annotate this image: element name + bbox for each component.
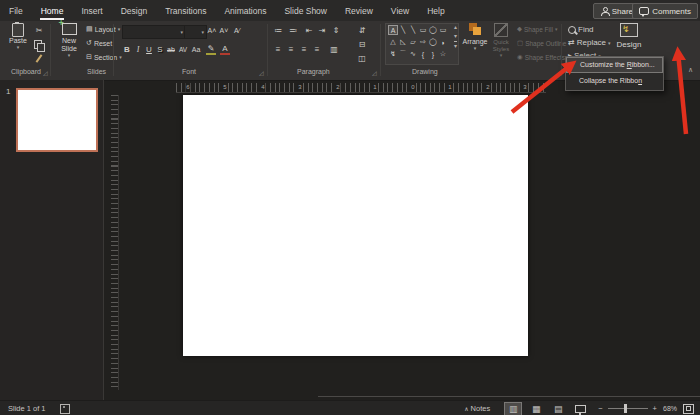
decrease-indent-button[interactable]: ⇤ xyxy=(303,24,315,36)
shape-left-brace[interactable]: { xyxy=(418,49,428,59)
new-slide-button[interactable]: + New Slide ▾ xyxy=(54,23,84,59)
shape-rounded-rectangle[interactable]: ▭ xyxy=(438,25,448,35)
columns-button[interactable]: ▥ xyxy=(328,43,340,55)
shape-outline-button[interactable]: ▢ Shape Outline ▾ xyxy=(517,39,571,47)
shape-triangle[interactable]: △ xyxy=(388,37,398,47)
line-spacing-button[interactable]: ⇕ xyxy=(330,24,342,36)
shape-fill-label: Shape Fill xyxy=(524,26,553,33)
shape-line[interactable]: ╲ xyxy=(398,25,408,35)
section-button[interactable]: ⊟ Section ▾ xyxy=(86,53,122,61)
font-size-combobox[interactable]: ▾ xyxy=(184,25,207,39)
shape-oval[interactable]: ◯ xyxy=(428,25,438,35)
align-text-button[interactable]: ⊟ xyxy=(356,38,368,50)
decrease-font-size-button[interactable]: A˅ xyxy=(218,24,230,36)
shape-arc[interactable]: ⌒ xyxy=(398,49,408,59)
arrange-button[interactable]: Arrange ▾ xyxy=(462,23,488,52)
tab-view[interactable]: View xyxy=(382,0,418,21)
find-button[interactable]: Find xyxy=(568,25,594,34)
shape-arrow[interactable]: ⇨ xyxy=(418,37,428,47)
underline-button[interactable]: U xyxy=(144,43,154,55)
clear-formatting-button[interactable]: A⁄ xyxy=(231,24,243,36)
tab-review[interactable]: Review xyxy=(336,0,382,21)
slides-group-label: Slides xyxy=(87,68,106,75)
shape-curve[interactable]: ∿ xyxy=(408,49,418,59)
fit-slide-to-window-icon[interactable] xyxy=(683,404,694,414)
shape-right-brace[interactable]: } xyxy=(428,49,438,59)
shape-star[interactable]: ☆ xyxy=(438,49,448,59)
align-center-button[interactable]: ≡ xyxy=(285,43,297,55)
menu-item-collapse-the-ribbon[interactable]: Collapse the Ribbon xyxy=(566,73,663,89)
increase-font-size-button[interactable]: A˄ xyxy=(206,24,218,36)
quick-styles-button[interactable]: Quick Styles ▾ xyxy=(488,23,514,59)
shape-right-triangle[interactable]: ◺ xyxy=(398,37,408,47)
clipboard-dialog-launcher-icon[interactable]: ◿ xyxy=(43,69,48,76)
slide-thumbnail[interactable] xyxy=(16,88,98,152)
text-highlight-button[interactable]: ✎ xyxy=(206,43,216,55)
gallery-more-icon[interactable]: ▾ xyxy=(454,41,457,49)
share-label: Share xyxy=(612,7,633,16)
increase-indent-button[interactable]: ⇥ xyxy=(316,24,328,36)
font-name-combobox[interactable]: ▾ xyxy=(122,25,186,39)
gallery-scroll-down-icon[interactable]: ▾ xyxy=(454,32,457,39)
text-direction-button[interactable]: ⇵ xyxy=(356,24,368,36)
comments-button[interactable]: Comments xyxy=(632,3,698,19)
slide-canvas[interactable] xyxy=(183,95,528,356)
align-left-button[interactable]: ≡ xyxy=(272,43,284,55)
shape-line2[interactable]: ╲ xyxy=(408,25,418,35)
designer-button[interactable]: ↯ Design xyxy=(612,23,646,49)
shape-textbox[interactable]: A xyxy=(388,25,398,35)
tab-insert[interactable]: Insert xyxy=(72,0,111,21)
normal-view-button[interactable]: ▥ xyxy=(504,402,522,415)
convert-to-smartart-button[interactable]: ◫ xyxy=(356,52,368,64)
shapes-gallery[interactable]: A ╲ ╲ ▭ ◯ ▭ △ ◺ ▱ ⇨ ◯ ◗ ↯ ⌒ ∿ { } ☆ xyxy=(385,23,459,65)
shape-ellipse[interactable]: ◯ xyxy=(428,37,438,47)
copy-button[interactable] xyxy=(33,38,45,50)
shape-rectangle[interactable]: ▭ xyxy=(418,25,428,35)
change-case-button[interactable]: Aa xyxy=(191,43,201,55)
paste-button[interactable]: Paste ▾ xyxy=(4,23,32,51)
text-shadow-button[interactable]: S xyxy=(155,43,165,55)
reading-view-button[interactable]: ▤ xyxy=(550,403,566,415)
zoom-slider-thumb[interactable] xyxy=(624,404,627,413)
font-color-button[interactable]: A xyxy=(220,43,230,55)
group-divider xyxy=(113,24,114,76)
notes-button[interactable]: ∧ Notes xyxy=(464,404,490,413)
zoom-in-button[interactable]: + xyxy=(653,404,657,413)
notes-splitter[interactable] xyxy=(318,396,700,397)
reset-button[interactable]: ↺ Reset xyxy=(86,39,112,47)
gallery-scroll-up-icon[interactable]: ▴ xyxy=(454,23,457,30)
shape-parallelogram[interactable]: ▱ xyxy=(408,37,418,47)
tab-transitions[interactable]: Transitions xyxy=(156,0,215,21)
shape-scribble[interactable]: ↯ xyxy=(388,49,398,59)
bold-button[interactable]: B xyxy=(122,43,132,55)
numbering-button[interactable]: ≕ xyxy=(287,24,299,36)
strikethrough-button[interactable]: ab xyxy=(166,43,176,55)
tab-file[interactable]: File xyxy=(0,0,32,21)
layout-button[interactable]: ▤ Layout ▾ xyxy=(86,25,120,33)
zoom-slider[interactable] xyxy=(608,408,648,409)
tab-help[interactable]: Help xyxy=(418,0,453,21)
cut-button[interactable]: ✂ xyxy=(33,24,45,36)
replace-button[interactable]: ⇄ Replace ▾ xyxy=(568,38,611,47)
font-dialog-launcher-icon[interactable]: ◿ xyxy=(259,69,264,76)
menu-item-customize-the-ribbon[interactable]: Customize the Ribbon... xyxy=(566,57,663,73)
paragraph-dialog-launcher-icon[interactable]: ◿ xyxy=(372,69,377,76)
tab-animations[interactable]: Animations xyxy=(215,0,275,21)
slide-sorter-view-button[interactable]: ▦ xyxy=(528,403,544,415)
tab-design[interactable]: Design xyxy=(112,0,156,21)
tab-slide-show[interactable]: Slide Show xyxy=(275,0,336,21)
zoom-out-button[interactable]: − xyxy=(598,404,602,413)
collapse-ribbon-chevron-icon[interactable]: ∧ xyxy=(688,66,693,74)
shape-fill-button[interactable]: ◆ Shape Fill ▾ xyxy=(517,25,557,33)
accessibility-icon[interactable] xyxy=(60,404,70,414)
slide-show-button[interactable] xyxy=(572,403,588,415)
character-spacing-button[interactable]: AV xyxy=(178,43,188,55)
bullets-button[interactable]: ≔ xyxy=(272,24,284,36)
tab-home[interactable]: Home xyxy=(32,0,73,21)
format-painter-button[interactable] xyxy=(33,52,45,64)
italic-button[interactable]: I xyxy=(133,43,143,55)
shape-partial-circle[interactable]: ◗ xyxy=(438,37,448,47)
justify-button[interactable]: ≡ xyxy=(311,43,323,55)
zoom-level[interactable]: 68% xyxy=(663,405,677,412)
align-right-button[interactable]: ≡ xyxy=(298,43,310,55)
